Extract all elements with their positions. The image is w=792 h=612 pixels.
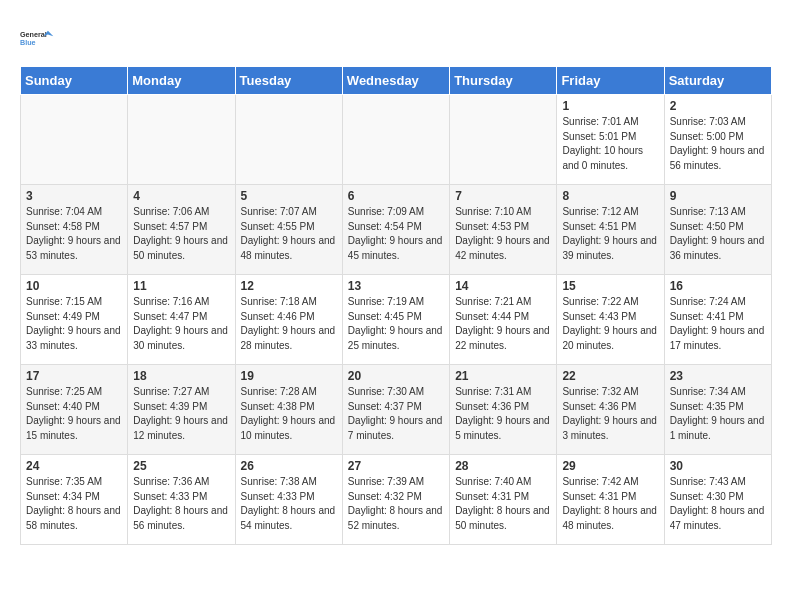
calendar-cell: 16Sunrise: 7:24 AM Sunset: 4:41 PM Dayli…	[664, 275, 771, 365]
day-info: Sunrise: 7:15 AM Sunset: 4:49 PM Dayligh…	[26, 295, 122, 353]
weekday-header: Tuesday	[235, 67, 342, 95]
day-info: Sunrise: 7:39 AM Sunset: 4:32 PM Dayligh…	[348, 475, 444, 533]
day-info: Sunrise: 7:27 AM Sunset: 4:39 PM Dayligh…	[133, 385, 229, 443]
day-number: 26	[241, 459, 337, 473]
calendar-cell: 1Sunrise: 7:01 AM Sunset: 5:01 PM Daylig…	[557, 95, 664, 185]
day-number: 22	[562, 369, 658, 383]
day-info: Sunrise: 7:40 AM Sunset: 4:31 PM Dayligh…	[455, 475, 551, 533]
calendar-cell: 4Sunrise: 7:06 AM Sunset: 4:57 PM Daylig…	[128, 185, 235, 275]
calendar-cell: 12Sunrise: 7:18 AM Sunset: 4:46 PM Dayli…	[235, 275, 342, 365]
day-number: 18	[133, 369, 229, 383]
day-info: Sunrise: 7:10 AM Sunset: 4:53 PM Dayligh…	[455, 205, 551, 263]
calendar-cell: 26Sunrise: 7:38 AM Sunset: 4:33 PM Dayli…	[235, 455, 342, 545]
day-number: 14	[455, 279, 551, 293]
calendar-cell: 25Sunrise: 7:36 AM Sunset: 4:33 PM Dayli…	[128, 455, 235, 545]
day-number: 1	[562, 99, 658, 113]
day-info: Sunrise: 7:13 AM Sunset: 4:50 PM Dayligh…	[670, 205, 766, 263]
calendar-cell: 22Sunrise: 7:32 AM Sunset: 4:36 PM Dayli…	[557, 365, 664, 455]
day-info: Sunrise: 7:19 AM Sunset: 4:45 PM Dayligh…	[348, 295, 444, 353]
calendar-cell: 21Sunrise: 7:31 AM Sunset: 4:36 PM Dayli…	[450, 365, 557, 455]
day-info: Sunrise: 7:35 AM Sunset: 4:34 PM Dayligh…	[26, 475, 122, 533]
weekday-header: Monday	[128, 67, 235, 95]
calendar-cell: 29Sunrise: 7:42 AM Sunset: 4:31 PM Dayli…	[557, 455, 664, 545]
day-number: 10	[26, 279, 122, 293]
day-info: Sunrise: 7:21 AM Sunset: 4:44 PM Dayligh…	[455, 295, 551, 353]
calendar-cell: 7Sunrise: 7:10 AM Sunset: 4:53 PM Daylig…	[450, 185, 557, 275]
calendar-week-row: 3Sunrise: 7:04 AM Sunset: 4:58 PM Daylig…	[21, 185, 772, 275]
weekday-header: Sunday	[21, 67, 128, 95]
day-info: Sunrise: 7:06 AM Sunset: 4:57 PM Dayligh…	[133, 205, 229, 263]
day-info: Sunrise: 7:01 AM Sunset: 5:01 PM Dayligh…	[562, 115, 658, 173]
calendar-week-row: 17Sunrise: 7:25 AM Sunset: 4:40 PM Dayli…	[21, 365, 772, 455]
day-info: Sunrise: 7:43 AM Sunset: 4:30 PM Dayligh…	[670, 475, 766, 533]
calendar-cell	[235, 95, 342, 185]
calendar-cell: 28Sunrise: 7:40 AM Sunset: 4:31 PM Dayli…	[450, 455, 557, 545]
day-number: 3	[26, 189, 122, 203]
day-number: 5	[241, 189, 337, 203]
day-number: 17	[26, 369, 122, 383]
svg-text:General: General	[20, 30, 47, 39]
day-info: Sunrise: 7:42 AM Sunset: 4:31 PM Dayligh…	[562, 475, 658, 533]
day-info: Sunrise: 7:03 AM Sunset: 5:00 PM Dayligh…	[670, 115, 766, 173]
calendar-cell: 13Sunrise: 7:19 AM Sunset: 4:45 PM Dayli…	[342, 275, 449, 365]
day-info: Sunrise: 7:09 AM Sunset: 4:54 PM Dayligh…	[348, 205, 444, 263]
calendar-cell: 19Sunrise: 7:28 AM Sunset: 4:38 PM Dayli…	[235, 365, 342, 455]
day-number: 11	[133, 279, 229, 293]
day-info: Sunrise: 7:28 AM Sunset: 4:38 PM Dayligh…	[241, 385, 337, 443]
calendar-cell: 11Sunrise: 7:16 AM Sunset: 4:47 PM Dayli…	[128, 275, 235, 365]
calendar-cell	[342, 95, 449, 185]
logo: GeneralBlue	[20, 20, 56, 56]
calendar-cell: 2Sunrise: 7:03 AM Sunset: 5:00 PM Daylig…	[664, 95, 771, 185]
day-number: 6	[348, 189, 444, 203]
day-info: Sunrise: 7:38 AM Sunset: 4:33 PM Dayligh…	[241, 475, 337, 533]
day-number: 30	[670, 459, 766, 473]
day-number: 15	[562, 279, 658, 293]
day-info: Sunrise: 7:18 AM Sunset: 4:46 PM Dayligh…	[241, 295, 337, 353]
day-number: 16	[670, 279, 766, 293]
day-number: 4	[133, 189, 229, 203]
day-info: Sunrise: 7:25 AM Sunset: 4:40 PM Dayligh…	[26, 385, 122, 443]
day-info: Sunrise: 7:12 AM Sunset: 4:51 PM Dayligh…	[562, 205, 658, 263]
calendar-cell	[450, 95, 557, 185]
weekday-header: Friday	[557, 67, 664, 95]
header: GeneralBlue	[20, 20, 772, 56]
calendar-cell	[128, 95, 235, 185]
day-info: Sunrise: 7:31 AM Sunset: 4:36 PM Dayligh…	[455, 385, 551, 443]
calendar-cell: 30Sunrise: 7:43 AM Sunset: 4:30 PM Dayli…	[664, 455, 771, 545]
day-number: 12	[241, 279, 337, 293]
weekday-header: Wednesday	[342, 67, 449, 95]
calendar-cell: 24Sunrise: 7:35 AM Sunset: 4:34 PM Dayli…	[21, 455, 128, 545]
weekday-header: Thursday	[450, 67, 557, 95]
weekday-header: Saturday	[664, 67, 771, 95]
calendar-week-row: 1Sunrise: 7:01 AM Sunset: 5:01 PM Daylig…	[21, 95, 772, 185]
day-number: 29	[562, 459, 658, 473]
calendar-cell	[21, 95, 128, 185]
day-info: Sunrise: 7:34 AM Sunset: 4:35 PM Dayligh…	[670, 385, 766, 443]
day-number: 27	[348, 459, 444, 473]
calendar-cell: 18Sunrise: 7:27 AM Sunset: 4:39 PM Dayli…	[128, 365, 235, 455]
calendar-cell: 10Sunrise: 7:15 AM Sunset: 4:49 PM Dayli…	[21, 275, 128, 365]
calendar-cell: 8Sunrise: 7:12 AM Sunset: 4:51 PM Daylig…	[557, 185, 664, 275]
calendar-cell: 9Sunrise: 7:13 AM Sunset: 4:50 PM Daylig…	[664, 185, 771, 275]
svg-text:Blue: Blue	[20, 38, 36, 47]
day-number: 25	[133, 459, 229, 473]
day-info: Sunrise: 7:36 AM Sunset: 4:33 PM Dayligh…	[133, 475, 229, 533]
day-number: 19	[241, 369, 337, 383]
calendar-cell: 14Sunrise: 7:21 AM Sunset: 4:44 PM Dayli…	[450, 275, 557, 365]
calendar-week-row: 10Sunrise: 7:15 AM Sunset: 4:49 PM Dayli…	[21, 275, 772, 365]
calendar-cell: 17Sunrise: 7:25 AM Sunset: 4:40 PM Dayli…	[21, 365, 128, 455]
day-info: Sunrise: 7:16 AM Sunset: 4:47 PM Dayligh…	[133, 295, 229, 353]
day-info: Sunrise: 7:22 AM Sunset: 4:43 PM Dayligh…	[562, 295, 658, 353]
calendar-table: SundayMondayTuesdayWednesdayThursdayFrid…	[20, 66, 772, 545]
calendar-cell: 20Sunrise: 7:30 AM Sunset: 4:37 PM Dayli…	[342, 365, 449, 455]
logo-icon: GeneralBlue	[20, 20, 56, 56]
day-number: 23	[670, 369, 766, 383]
day-number: 20	[348, 369, 444, 383]
calendar-cell: 23Sunrise: 7:34 AM Sunset: 4:35 PM Dayli…	[664, 365, 771, 455]
day-number: 8	[562, 189, 658, 203]
day-number: 13	[348, 279, 444, 293]
day-number: 24	[26, 459, 122, 473]
day-info: Sunrise: 7:32 AM Sunset: 4:36 PM Dayligh…	[562, 385, 658, 443]
weekday-header-row: SundayMondayTuesdayWednesdayThursdayFrid…	[21, 67, 772, 95]
day-info: Sunrise: 7:07 AM Sunset: 4:55 PM Dayligh…	[241, 205, 337, 263]
